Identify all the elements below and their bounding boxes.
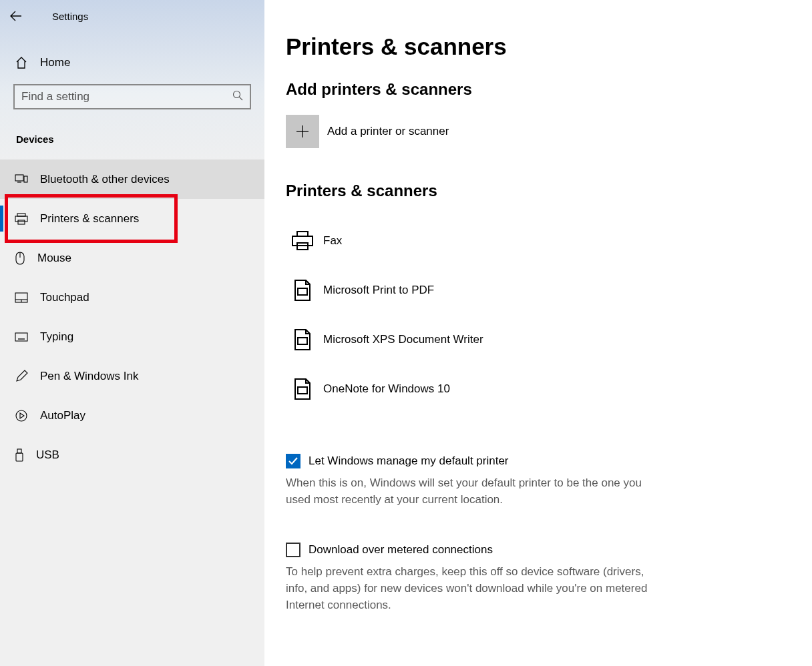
device-print-pdf[interactable]: Microsoft Print to PDF [286, 266, 792, 315]
default-printer-label: Let Windows manage my default printer [309, 454, 509, 468]
device-xps[interactable]: Microsoft XPS Document Writer [286, 315, 792, 364]
home-label: Home [40, 56, 70, 69]
metered-checkbox[interactable]: Download over metered connections [286, 543, 792, 557]
add-printer-button[interactable]: Add a printer or scanner [286, 115, 792, 148]
page-title: Printers & scanners [286, 33, 792, 60]
nav-label: Typing [40, 330, 73, 344]
touchpad-icon [15, 292, 28, 303]
doc-printer-icon [292, 279, 313, 302]
device-label: OneNote for Windows 10 [323, 382, 450, 396]
app-title: Settings [32, 11, 88, 22]
checkbox-checked [286, 454, 300, 468]
svg-rect-5 [17, 214, 25, 216]
add-section-title: Add printers & scanners [286, 80, 792, 99]
svg-rect-21 [16, 453, 23, 461]
svg-rect-24 [297, 232, 308, 236]
group-header: Devices [0, 120, 264, 159]
mouse-icon [15, 252, 25, 265]
device-label: Fax [323, 234, 342, 248]
nav-item-autoplay[interactable]: AutoPlay [0, 396, 264, 435]
nav-label: USB [36, 448, 59, 462]
svg-rect-28 [298, 338, 307, 344]
nav-label: Pen & Windows Ink [40, 370, 138, 383]
search-wrap [13, 84, 251, 109]
sidebar: Settings Home Devices Bluetooth & other … [0, 0, 264, 666]
svg-rect-13 [15, 333, 27, 341]
svg-rect-6 [15, 216, 27, 222]
device-list: Fax Microsoft Print to PDF Microsoft XPS… [286, 216, 792, 414]
nav-label: Mouse [37, 252, 71, 265]
nav-item-mouse[interactable]: Mouse [0, 238, 264, 278]
svg-rect-3 [24, 176, 27, 182]
main-content: Printers & scanners Add printers & scann… [264, 0, 812, 666]
doc-printer-icon [292, 378, 313, 400]
device-onenote[interactable]: OneNote for Windows 10 [286, 364, 792, 414]
sidebar-header: Settings [0, 0, 264, 32]
metered-label: Download over metered connections [309, 543, 493, 557]
back-button[interactable] [0, 0, 32, 32]
svg-rect-27 [298, 288, 307, 295]
device-label: Microsoft Print to PDF [323, 284, 434, 297]
nav-item-usb[interactable]: USB [0, 435, 264, 474]
default-printer-checkbox[interactable]: Let Windows manage my default printer [286, 454, 792, 468]
doc-printer-icon [292, 328, 313, 351]
nav-label: Printers & scanners [40, 212, 139, 226]
svg-rect-7 [18, 220, 25, 224]
nav-label: Touchpad [40, 291, 89, 304]
nav-label: AutoPlay [40, 409, 85, 422]
add-printer-label: Add a printer or scanner [327, 125, 449, 138]
svg-point-19 [16, 410, 27, 421]
printer-icon [291, 231, 314, 251]
usb-icon [15, 448, 24, 462]
default-printer-desc: When this is on, Windows will set your d… [286, 475, 660, 508]
svg-rect-25 [292, 236, 313, 246]
arrow-left-icon [10, 10, 22, 22]
nav-item-bluetooth[interactable]: Bluetooth & other devices [0, 159, 264, 199]
check-icon [288, 456, 298, 466]
plus-tile [286, 115, 319, 148]
svg-rect-29 [298, 387, 307, 394]
svg-rect-2 [15, 175, 23, 181]
devices-section-title: Printers & scanners [286, 182, 792, 200]
nav-item-typing[interactable]: Typing [0, 317, 264, 356]
metered-desc: To help prevent extra charges, keep this… [286, 564, 660, 613]
device-label: Microsoft XPS Document Writer [323, 333, 483, 346]
checkbox-unchecked [286, 543, 300, 557]
nav-item-pen[interactable]: Pen & Windows Ink [0, 356, 264, 396]
autoplay-icon [15, 409, 28, 422]
search-input[interactable] [13, 84, 251, 109]
home-icon [15, 56, 28, 69]
nav-label: Bluetooth & other devices [40, 173, 170, 186]
pen-icon [15, 370, 28, 383]
plus-icon [295, 124, 310, 139]
home-button[interactable]: Home [0, 45, 264, 80]
devices-icon [15, 174, 28, 185]
svg-rect-20 [17, 449, 21, 453]
printer-icon [15, 213, 28, 225]
nav-item-touchpad[interactable]: Touchpad [0, 278, 264, 317]
device-fax[interactable]: Fax [286, 216, 792, 266]
nav-item-printers[interactable]: Printers & scanners [0, 199, 264, 238]
keyboard-icon [15, 332, 28, 342]
